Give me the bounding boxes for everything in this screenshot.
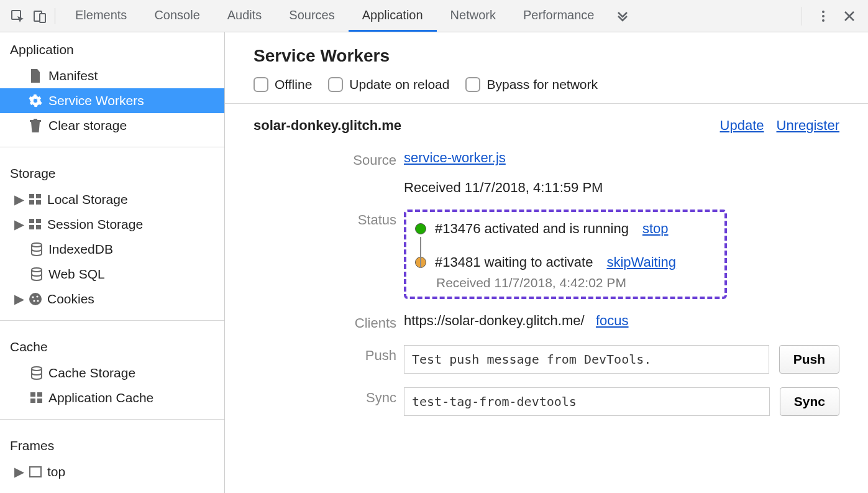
svg-point-5 bbox=[822, 19, 825, 22]
cookie-icon bbox=[29, 292, 42, 306]
svg-rect-12 bbox=[29, 225, 34, 229]
tab-application[interactable]: Application bbox=[349, 0, 437, 32]
kebab-menu-icon[interactable] bbox=[815, 7, 832, 25]
inspect-icon[interactable] bbox=[6, 5, 29, 27]
close-icon[interactable] bbox=[841, 7, 858, 25]
sidebar-section-storage: Storage bbox=[0, 156, 224, 187]
tab-network[interactable]: Network bbox=[437, 0, 509, 32]
service-workers-panel: Service Workers Offline Update on reload… bbox=[225, 32, 868, 493]
grid-icon bbox=[30, 391, 43, 405]
separator bbox=[55, 8, 55, 24]
source-file-link[interactable]: service-worker.js bbox=[404, 150, 506, 165]
sidebar-item-label: Manifest bbox=[48, 68, 98, 83]
svg-point-18 bbox=[36, 295, 38, 297]
focus-link[interactable]: focus bbox=[596, 313, 629, 328]
bypass-for-network-checkbox[interactable]: Bypass for network bbox=[465, 77, 598, 92]
svg-point-15 bbox=[32, 268, 42, 272]
sidebar-item-top-frame[interactable]: ▶ top bbox=[0, 459, 224, 484]
svg-rect-7 bbox=[36, 194, 41, 198]
clients-label: Clients bbox=[254, 313, 396, 331]
sidebar-item-label: IndexedDB bbox=[48, 242, 113, 257]
sidebar-item-local-storage[interactable]: ▶ Local Storage bbox=[0, 187, 224, 212]
registration-origin: solar-donkey.glitch.me bbox=[254, 117, 401, 134]
sidebar-section-cache: Cache bbox=[0, 329, 224, 361]
device-toggle-icon[interactable] bbox=[29, 5, 51, 27]
frame-icon bbox=[29, 465, 42, 479]
client-url: https://solar-donkey.glitch.me/ bbox=[404, 313, 585, 328]
stop-link[interactable]: stop bbox=[642, 221, 669, 237]
devtools-tabbar: Elements Console Audits Sources Applicat… bbox=[0, 0, 868, 32]
svg-rect-23 bbox=[37, 392, 42, 397]
separator bbox=[802, 7, 802, 25]
grid-icon bbox=[29, 218, 42, 231]
status-waiting-received: Received 11/7/2018, 4:42:02 PM bbox=[436, 275, 713, 290]
sidebar-item-label: Cookies bbox=[47, 292, 94, 306]
sidebar-item-label: Web SQL bbox=[48, 267, 105, 282]
svg-rect-22 bbox=[30, 392, 35, 397]
svg-rect-26 bbox=[30, 467, 41, 477]
sidebar-item-clear-storage[interactable]: Clear storage bbox=[0, 113, 224, 138]
panel-title: Service Workers bbox=[254, 46, 839, 66]
sidebar-item-label: Local Storage bbox=[47, 192, 128, 207]
sidebar-item-label: Application Cache bbox=[48, 390, 153, 405]
sidebar-item-cache-storage[interactable]: Cache Storage bbox=[0, 361, 224, 385]
svg-rect-9 bbox=[36, 200, 41, 205]
status-active-text: #13476 activated and is running bbox=[435, 221, 629, 237]
sidebar-item-cookies[interactable]: ▶ Cookies bbox=[0, 287, 224, 311]
sidebar-section-frames: Frames bbox=[0, 428, 224, 459]
push-button[interactable]: Push bbox=[779, 345, 839, 374]
tab-console[interactable]: Console bbox=[140, 0, 213, 32]
svg-point-16 bbox=[29, 293, 42, 305]
svg-rect-25 bbox=[37, 399, 42, 403]
sidebar-item-application-cache[interactable]: Application Cache bbox=[0, 385, 224, 410]
svg-rect-8 bbox=[29, 200, 34, 205]
trash-icon bbox=[29, 119, 42, 132]
grid-icon bbox=[29, 193, 42, 206]
svg-point-20 bbox=[37, 300, 39, 302]
update-on-reload-checkbox[interactable]: Update on reload bbox=[328, 77, 449, 92]
svg-point-17 bbox=[32, 296, 34, 298]
more-tabs-icon[interactable] bbox=[608, 0, 637, 32]
database-icon bbox=[30, 242, 43, 256]
service-worker-toggles: Offline Update on reload Bypass for netw… bbox=[254, 77, 839, 92]
sidebar-item-label: Session Storage bbox=[47, 217, 143, 232]
application-sidebar: Application Manifest Service Workers Cle… bbox=[0, 32, 225, 493]
sidebar-section-application: Application bbox=[0, 32, 224, 63]
sync-input[interactable] bbox=[404, 387, 770, 416]
file-icon bbox=[29, 69, 42, 83]
sidebar-item-label: Cache Storage bbox=[48, 366, 135, 380]
sidebar-item-manifest[interactable]: Manifest bbox=[0, 63, 224, 88]
tab-performance[interactable]: Performance bbox=[509, 0, 608, 32]
unregister-link[interactable]: Unregister bbox=[777, 117, 839, 134]
status-label: Status bbox=[254, 210, 396, 299]
svg-point-4 bbox=[822, 15, 825, 17]
sidebar-item-indexeddb[interactable]: IndexedDB bbox=[0, 237, 224, 262]
status-highlight-box: #13476 activated and is running stop #13… bbox=[404, 210, 727, 299]
push-input[interactable] bbox=[404, 345, 769, 374]
database-icon bbox=[30, 366, 43, 380]
tab-sources[interactable]: Sources bbox=[275, 0, 348, 32]
push-label: Push bbox=[254, 345, 396, 374]
svg-point-21 bbox=[32, 367, 42, 371]
sync-label: Sync bbox=[254, 387, 396, 416]
svg-point-19 bbox=[33, 300, 35, 302]
sidebar-item-service-workers[interactable]: Service Workers bbox=[0, 88, 224, 113]
skipwaiting-link[interactable]: skipWaiting bbox=[606, 254, 676, 270]
chevron-right-icon: ▶ bbox=[15, 292, 24, 306]
tab-elements[interactable]: Elements bbox=[62, 0, 140, 32]
service-worker-registration: solar-donkey.glitch.me Update Unregister… bbox=[254, 104, 839, 416]
svg-rect-13 bbox=[36, 225, 41, 229]
svg-rect-24 bbox=[30, 399, 35, 403]
sync-button[interactable]: Sync bbox=[780, 387, 839, 416]
offline-checkbox[interactable]: Offline bbox=[254, 77, 312, 92]
svg-rect-2 bbox=[40, 14, 45, 22]
sidebar-item-web-sql[interactable]: Web SQL bbox=[0, 262, 224, 287]
status-waiting-text: #13481 waiting to activate bbox=[435, 254, 593, 270]
tab-audits[interactable]: Audits bbox=[214, 0, 276, 32]
database-icon bbox=[30, 267, 43, 281]
svg-point-3 bbox=[822, 11, 825, 13]
svg-point-14 bbox=[32, 243, 42, 247]
sidebar-item-session-storage[interactable]: ▶ Session Storage bbox=[0, 212, 224, 237]
update-link[interactable]: Update bbox=[720, 117, 764, 134]
source-received: Received 11/7/2018, 4:11:59 PM bbox=[404, 180, 839, 196]
